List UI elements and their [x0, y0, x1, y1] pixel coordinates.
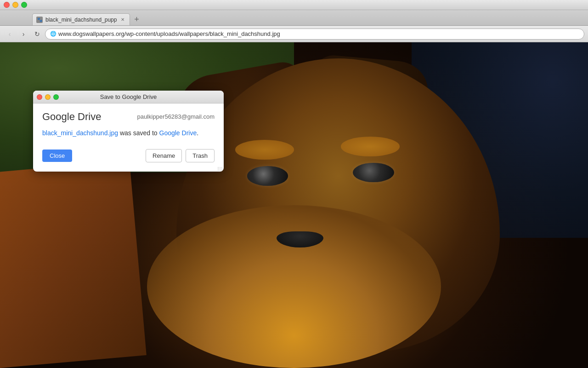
dog-eye-left — [247, 166, 288, 185]
trash-button[interactable]: Trash — [186, 149, 215, 162]
forward-icon: › — [23, 30, 25, 38]
tab-title: black_mini_dachshund_pupp — [45, 17, 117, 23]
tab-close-button[interactable]: ✕ — [119, 17, 126, 23]
new-tab-button[interactable]: + — [130, 13, 143, 25]
dialog-maximize-dot[interactable] — [53, 94, 59, 100]
action-button-group: Rename Trash — [146, 149, 215, 162]
dialog-close-dot[interactable] — [37, 94, 42, 100]
nav-bar: ‹ › ↻ 🌐 www.dogswallpapers.org/wp-conten… — [0, 26, 588, 42]
dog-eyebrow-right — [341, 137, 400, 156]
dog-eyebrow-left — [235, 140, 294, 159]
window-maximize-button[interactable] — [21, 2, 27, 8]
close-button[interactable]: Close — [42, 150, 72, 162]
dialog-traffic-lights — [37, 94, 59, 100]
back-icon: ‹ — [9, 30, 11, 38]
dialog-minimize-dot[interactable] — [45, 94, 51, 100]
address-bar[interactable]: 🌐 www.dogswallpapers.org/wp-content/uplo… — [45, 29, 584, 40]
window-minimize-button[interactable] — [12, 2, 18, 8]
content-area: Save to Google Drive Google Drive paulki… — [0, 42, 588, 368]
address-text: www.dogswallpapers.org/wp-content/upload… — [58, 30, 579, 37]
message-suffix: . — [197, 129, 198, 137]
tab-favicon: 🐾 — [36, 17, 43, 23]
message-middle: was saved to — [118, 129, 159, 137]
resize-handle[interactable] — [217, 165, 224, 172]
title-bar — [0, 0, 588, 10]
dialog-message: black_mini_dachshund.jpg was saved to Go… — [42, 128, 215, 138]
dialog-title: Save to Google Drive — [100, 93, 157, 100]
back-button[interactable]: ‹ — [4, 28, 16, 40]
reload-button[interactable]: ↻ — [31, 28, 43, 40]
dialog-container: Save to Google Drive Google Drive paulki… — [33, 91, 224, 172]
dialog-user-email: paulkipper56283@gmail.com — [137, 113, 215, 120]
dialog-actions: Close Rename Trash — [42, 149, 215, 162]
dog-chest — [147, 205, 441, 368]
browser-window: 🐾 black_mini_dachshund_pupp ✕ + ‹ › ↻ 🌐 … — [0, 0, 588, 368]
wooden-plank — [0, 161, 147, 368]
dog-eye-right — [353, 163, 394, 182]
dialog-body: Google Drive paulkipper56283@gmail.com b… — [33, 104, 224, 172]
save-to-drive-dialog: Save to Google Drive Google Drive paulki… — [33, 91, 224, 172]
forward-button[interactable]: › — [17, 28, 29, 40]
dialog-app-name: Google Drive — [42, 111, 101, 123]
file-link[interactable]: black_mini_dachshund.jpg — [42, 129, 118, 137]
reload-icon: ↻ — [34, 30, 40, 38]
tab-bar: 🐾 black_mini_dachshund_pupp ✕ + — [0, 10, 588, 26]
rename-button[interactable]: Rename — [146, 149, 182, 162]
window-close-button[interactable] — [4, 2, 10, 8]
lock-icon: 🌐 — [50, 31, 57, 37]
browser-tab[interactable]: 🐾 black_mini_dachshund_pupp ✕ — [32, 13, 130, 25]
google-drive-link[interactable]: Google Drive — [159, 129, 197, 137]
dialog-header-row: Google Drive paulkipper56283@gmail.com — [42, 111, 215, 123]
dialog-titlebar: Save to Google Drive — [33, 91, 224, 104]
